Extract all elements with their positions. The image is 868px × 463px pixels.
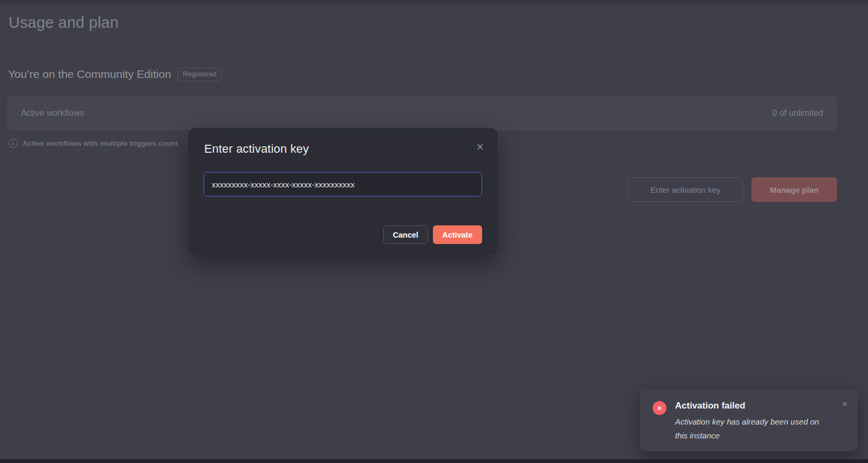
info-icon: i <box>9 139 18 148</box>
dialog-close-icon[interactable]: × <box>477 141 484 153</box>
error-toast: ✕ Activation failed Activation key has a… <box>640 389 858 451</box>
manage-plan-button[interactable]: Manage plan <box>751 177 837 202</box>
dialog-footer: Cancel Activate <box>383 225 482 244</box>
page-title: Usage and plan <box>9 14 119 32</box>
top-shadow <box>0 0 868 7</box>
plan-heading: You’re on the Community Edition <box>8 68 171 81</box>
toast-close-icon[interactable]: × <box>842 399 848 409</box>
activate-button[interactable]: Activate <box>433 225 482 244</box>
info-note-text: Active workflows with multiple triggers … <box>22 139 178 147</box>
window-bottom-edge <box>0 459 868 463</box>
error-circle-icon: ✕ <box>653 401 666 415</box>
dialog-title: Enter activation key <box>204 142 482 156</box>
active-workflows-label: Active workflows <box>21 108 84 118</box>
toast-title: Activation failed <box>675 401 827 411</box>
plan-heading-row: You’re on the Community Edition Register… <box>8 68 222 81</box>
toast-body: Activation failed Activation key has alr… <box>675 401 827 440</box>
activation-key-input[interactable] <box>204 172 482 197</box>
toast-message: Activation key has already been used on … <box>675 415 827 443</box>
activation-key-dialog: Enter activation key × Cancel Activate <box>188 128 498 254</box>
active-workflows-value: 0 of unlimited <box>772 108 823 118</box>
info-note-row: i Active workflows with multiple trigger… <box>9 139 178 148</box>
cancel-button[interactable]: Cancel <box>383 225 428 244</box>
enter-activation-key-button[interactable]: Enter activation key <box>628 177 743 202</box>
registered-badge: Registered <box>177 68 222 81</box>
active-workflows-card: Active workflows 0 of unlimited <box>7 97 836 130</box>
